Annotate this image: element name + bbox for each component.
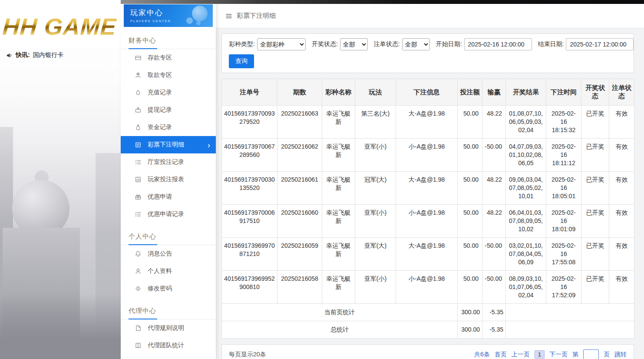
- hall-bets-icon: [135, 159, 142, 166]
- sidebar-item-promo-apply[interactable]: 优惠申请: [121, 188, 216, 206]
- sidebar-item-messages[interactable]: 消息公告: [121, 245, 216, 263]
- period: 20250216063: [277, 106, 322, 139]
- play-type: 亚军(小): [355, 139, 396, 172]
- section-title: 代理中心: [121, 301, 216, 319]
- end-date-input[interactable]: [566, 38, 634, 50]
- start-date-input[interactable]: [464, 38, 532, 50]
- withdraw-record-icon: [135, 106, 142, 113]
- sidebar-item-withdraw-record[interactable]: 提现记录: [121, 101, 216, 119]
- column-header: 期数: [277, 79, 322, 106]
- sidebar-item-label: 彩票下注明细: [148, 141, 184, 149]
- lottery-name: 幸运飞艇新: [322, 139, 355, 172]
- summary-empty: [506, 304, 634, 321]
- draw-status-select[interactable]: 全部: [340, 38, 368, 50]
- column-header: 注单号: [222, 79, 277, 106]
- play-type: 亚军(大): [355, 238, 396, 271]
- lottery-name: 幸运飞艇新: [322, 106, 355, 139]
- page-title: 彩票下注明细: [237, 12, 276, 20]
- sidebar-item-label: 资金记录: [148, 123, 172, 131]
- table-body: 40156917397009327952020250216063幸运飞艇新第三名…: [222, 106, 634, 339]
- bet-status: 有效: [609, 205, 634, 238]
- lottery-type-select[interactable]: 全部彩种: [257, 38, 306, 50]
- play-type: 冠军(大): [355, 172, 396, 205]
- win-loss: 48.22: [482, 172, 506, 205]
- bet-id: 401569173970030135520: [222, 172, 277, 205]
- period: 20250216061: [277, 172, 322, 205]
- play-type: 第三名(大): [355, 106, 396, 139]
- bet-time: 2025-02-16 17:52:09: [546, 271, 581, 304]
- sidebar-item-deposit[interactable]: 存款专区: [121, 49, 216, 66]
- next-page-link[interactable]: 下一页: [549, 351, 568, 359]
- lottery-bets-icon: [135, 141, 142, 148]
- bet-status: 有效: [609, 238, 634, 271]
- sidebar-item-label: 代理团队统计: [148, 342, 184, 349]
- sidebar-item-label: 充值记录: [148, 89, 172, 96]
- column-header: 下注信息: [396, 79, 458, 106]
- recharge-record-icon: [135, 89, 142, 96]
- agent-rules-icon: [135, 325, 142, 332]
- sidebar-item-label: 修改密码: [148, 285, 172, 293]
- sidebar-item-label: 取款专区: [148, 71, 172, 79]
- sidebar-item-agent-rules[interactable]: 代理规则说明: [121, 319, 216, 337]
- draw-result: 06,04,01,03,07,08,09,05,10,02: [506, 205, 546, 238]
- sidebar-item-promo-record[interactable]: 优惠申请记录: [121, 206, 216, 223]
- page-jump-input[interactable]: [583, 349, 599, 359]
- summary-label: 总统计: [222, 321, 458, 339]
- draw-status: 已开奖: [581, 238, 609, 271]
- column-header: 开奖状态: [581, 79, 609, 106]
- sidebar-item-change-password[interactable]: 修改密码: [121, 280, 216, 297]
- sidebar-item-funds-record[interactable]: 资金记录: [121, 119, 216, 136]
- sidebar-item-player-report[interactable]: 玩家投注报表: [121, 171, 216, 188]
- bet-id: 401569173970067289560: [222, 139, 277, 172]
- bet-info: 小-A盘@1.98: [396, 205, 458, 238]
- table-row: 40156917396997087121020250216059幸运飞艇新亚军(…: [222, 238, 634, 271]
- sidebar-item-hall-bets[interactable]: 厅室投注记录: [121, 153, 216, 171]
- sidebar-item-profile[interactable]: 个人资料: [121, 263, 216, 280]
- bet-info: 大-A盘@1.98: [396, 106, 458, 139]
- period: 20250216059: [277, 238, 322, 271]
- bubble-decoration: [186, 17, 193, 24]
- top-dark-strip: [121, 0, 644, 4]
- table-row: 40156917397006728956020250216062幸运飞艇新亚军(…: [222, 139, 634, 172]
- ticker-label: 快讯:: [16, 51, 30, 59]
- sidebar-item-withdraw[interactable]: 取款专区: [121, 66, 216, 84]
- main-content: 彩票下注明细 彩种类型: 全部彩种 开奖状态: 全部: [216, 0, 644, 359]
- search-button[interactable]: 查询: [229, 54, 254, 68]
- column-header: 下注时间: [546, 79, 581, 106]
- table-row: 40156917397009327952020250216063幸运飞艇新第三名…: [222, 106, 634, 139]
- bet-time: 2025-02-16 17:55:08: [546, 238, 581, 271]
- pagination-controls: 共6条 首页 上一页 1 下一页 第 页 跳转: [474, 349, 627, 359]
- sidebar-item-label: 优惠申请记录: [148, 210, 184, 218]
- menu-icon[interactable]: [225, 13, 232, 20]
- table-row: 40156917396995290081020250216058幸运飞艇新亚军(…: [222, 271, 634, 304]
- deposit-icon: [135, 54, 142, 61]
- bet-info: 大-A盘@1.98: [396, 238, 458, 271]
- lottery-name: 幸运飞艇新: [322, 205, 355, 238]
- chevron-right-icon: ›: [208, 141, 210, 149]
- lottery-name: 幸运飞艇新: [322, 238, 355, 271]
- period: 20250216058: [277, 271, 322, 304]
- table-head-row: 注单号期数彩种名称玩法下注信息投注额输赢开奖结果下注时间开奖状态注单状态: [222, 79, 634, 106]
- sidebar-item-agent-team[interactable]: 代理团队统计: [121, 337, 216, 354]
- summary-win-loss: -5.35: [482, 304, 506, 321]
- bet-amount: 50.00: [458, 271, 482, 304]
- summary-bet-amount: 300.00: [458, 321, 482, 339]
- sidebar-item-label: 代理规则说明: [148, 324, 184, 332]
- sidebar-item-label: 优惠申请: [148, 193, 172, 201]
- bet-status-select[interactable]: 全部: [402, 38, 430, 50]
- current-page[interactable]: 1: [535, 350, 545, 359]
- column-header: 投注额: [458, 79, 482, 106]
- jump-button[interactable]: 跳转: [614, 351, 627, 359]
- page: HH GAME 快讯: 国内银行卡 玩家中心 PLAYERS CENTER: [0, 0, 644, 359]
- prev-page-link[interactable]: 上一页: [512, 351, 530, 359]
- bet-id: 401569173970093279520: [222, 106, 277, 139]
- bet-amount: 50.00: [458, 205, 482, 238]
- ticker-text: 国内银行卡: [33, 51, 63, 59]
- pagination-bar: 每页显示20条 共6条 首页 上一页 1 下一页 第 页 跳转: [221, 344, 634, 359]
- messages-icon: [135, 250, 142, 257]
- bet-amount: 50.00: [458, 238, 482, 271]
- sidebar-item-recharge-record[interactable]: 充值记录: [121, 84, 216, 101]
- first-page-link[interactable]: 首页: [495, 351, 507, 359]
- bet-id: 401569173969952900810: [222, 271, 277, 304]
- sidebar-item-lottery-bets[interactable]: 彩票下注明细›: [121, 136, 216, 153]
